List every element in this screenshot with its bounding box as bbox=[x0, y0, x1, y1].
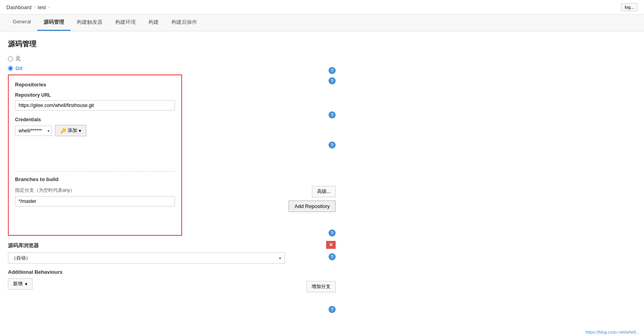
help-icon-repo-url[interactable]: ? bbox=[329, 111, 336, 118]
radio-none[interactable] bbox=[8, 56, 13, 61]
delete-branch-button[interactable]: ✕ bbox=[326, 241, 336, 249]
repo-url-label: Repository URL bbox=[15, 92, 175, 98]
branches-group: Branches to build 指定分支（为空时代表any） bbox=[15, 176, 175, 206]
tab-build[interactable]: 构建 bbox=[142, 15, 165, 31]
page-title: 源码管理 bbox=[8, 39, 636, 49]
branch-label: 指定分支（为空时代表any） bbox=[15, 187, 175, 194]
breadcrumb-dashboard[interactable]: Dashboard bbox=[6, 4, 32, 10]
help-icon-source-browser[interactable]: ? bbox=[329, 306, 336, 313]
browser-select-wrapper: （自动） bbox=[8, 252, 285, 263]
main-content: 源码管理 元 Git R bbox=[0, 31, 644, 336]
credentials-group: Credentials whell/****** 🔑 添加 ▾ bbox=[15, 117, 175, 136]
branch-input[interactable] bbox=[15, 196, 175, 206]
new-label: 新增 bbox=[13, 281, 23, 287]
status-url: https://blog.csdn.net/whell... bbox=[585, 330, 639, 334]
repo-url-group: Repository URL bbox=[15, 92, 175, 111]
new-behaviour-button[interactable]: 新增 ▾ bbox=[8, 278, 32, 290]
source-browser-title: 源码库浏览器 bbox=[8, 242, 285, 249]
add-branch-button[interactable]: 增加分支 bbox=[306, 281, 336, 292]
key-icon: 🔑 bbox=[60, 128, 66, 134]
git-box: Repositories Repository URL Credentials bbox=[8, 74, 182, 236]
help-icon-branches[interactable]: ? bbox=[329, 229, 336, 237]
repositories-title: Repositories bbox=[15, 82, 175, 88]
top-bar: Dashboard › test › log... bbox=[0, 0, 644, 15]
tab-triggers[interactable]: 构建触发器 bbox=[70, 15, 109, 31]
add-dropdown-icon: ▾ bbox=[79, 128, 81, 134]
status-bar: https://blog.csdn.net/whell... bbox=[581, 328, 644, 336]
repo-url-input[interactable] bbox=[15, 100, 175, 111]
tab-post-build[interactable]: 构建后操作 bbox=[165, 15, 203, 31]
credentials-label: Credentials bbox=[15, 117, 175, 122]
radio-git-group: Git bbox=[8, 65, 285, 71]
tab-general[interactable]: General bbox=[6, 15, 37, 31]
tab-bar: General 源码管理 构建触发器 构建环境 构建 构建后操作 bbox=[0, 15, 644, 31]
credentials-select-wrapper: whell/****** bbox=[15, 126, 52, 136]
credentials-select[interactable]: whell/****** bbox=[15, 126, 52, 136]
branches-title: Branches to build bbox=[15, 176, 175, 182]
browser-select[interactable]: （自动） bbox=[8, 252, 285, 263]
radio-none-label[interactable]: 元 bbox=[8, 55, 636, 62]
radio-none-text: 元 bbox=[15, 55, 21, 62]
log-button[interactable]: log... bbox=[621, 3, 638, 11]
source-browser-section: 源码库浏览器 （自动） bbox=[8, 242, 285, 263]
radio-git-text: Git bbox=[15, 65, 23, 71]
additional-behaviours-section: Additional Behaviours 新增 ▾ bbox=[8, 269, 285, 290]
new-dropdown-icon: ▾ bbox=[25, 281, 27, 287]
breadcrumb-sep2: › bbox=[48, 5, 50, 10]
help-icon-branch-specifier[interactable]: ? bbox=[329, 253, 336, 260]
additional-behaviours-title: Additional Behaviours bbox=[8, 269, 285, 275]
breadcrumb-project[interactable]: test bbox=[38, 4, 46, 10]
advanced-button[interactable]: 高级... bbox=[312, 186, 336, 197]
help-icon-credentials[interactable]: ? bbox=[329, 141, 336, 149]
add-label: 添加 bbox=[68, 127, 77, 134]
add-credentials-button[interactable]: 🔑 添加 ▾ bbox=[55, 125, 86, 136]
scm-section: 元 Git Repositories bbox=[8, 55, 636, 315]
breadcrumb-sep1: › bbox=[34, 5, 36, 10]
radio-git-label[interactable]: Git bbox=[8, 65, 285, 71]
help-icon-none[interactable]: ? bbox=[329, 67, 336, 74]
tab-source[interactable]: 源码管理 bbox=[37, 15, 70, 31]
divider bbox=[15, 171, 175, 172]
credentials-row: whell/****** 🔑 添加 ▾ bbox=[15, 125, 175, 136]
add-repository-button[interactable]: Add Repository bbox=[289, 200, 336, 212]
radio-none-group: 元 bbox=[8, 55, 636, 62]
help-icon-git[interactable]: ? bbox=[329, 77, 336, 84]
tab-environment[interactable]: 构建环境 bbox=[109, 15, 142, 31]
radio-git[interactable] bbox=[8, 66, 13, 71]
